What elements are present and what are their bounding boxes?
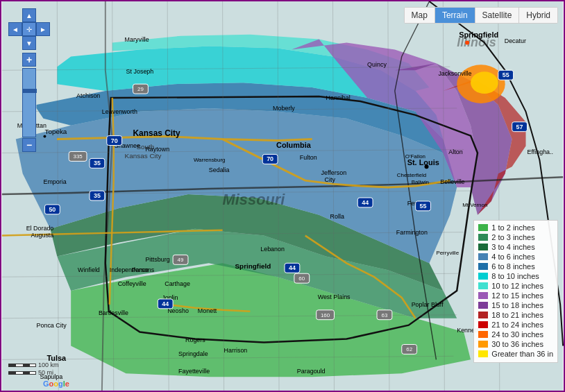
svg-text:El Dorado: El Dorado	[26, 225, 54, 232]
legend-label-text: 21 to 24 inches	[491, 321, 543, 329]
svg-text:Decatur: Decatur	[505, 37, 526, 44]
svg-text:Paragould: Paragould	[297, 368, 326, 375]
svg-text:35: 35	[94, 160, 101, 167]
google-logo: Google	[43, 380, 69, 388]
legend-item: 8 to 10 inches	[478, 272, 553, 280]
svg-text:Hannibal: Hannibal	[326, 94, 351, 101]
svg-text:Missouri: Missouri	[223, 191, 286, 208]
legend-color-swatch	[478, 341, 488, 348]
svg-point-38	[425, 164, 429, 169]
legend-item: 2 to 3 inches	[478, 233, 553, 241]
legend-color-swatch	[478, 253, 488, 260]
hybrid-button[interactable]: Hybrid	[519, 8, 557, 23]
nav-controls: ▲ ◄ ✛ ► ▼ + −	[8, 8, 50, 153]
svg-text:Kansas City: Kansas City	[133, 128, 181, 138]
legend-color-swatch	[478, 331, 488, 338]
svg-text:Raytown: Raytown	[145, 146, 169, 153]
legend-label-text: 24 to 30 inches	[491, 330, 543, 339]
legend-color-swatch	[478, 312, 488, 318]
svg-text:Springfield: Springfield	[235, 262, 271, 270]
google-watermark: Google	[43, 380, 69, 388]
pan-control: ▲ ◄ ✛ ► ▼	[8, 8, 50, 50]
scale-km: 100 km	[38, 361, 59, 368]
legend-label-text: 1 to 2 inches	[491, 223, 534, 232]
svg-text:Emporia: Emporia	[43, 178, 66, 185]
svg-text:Rolla: Rolla	[330, 213, 344, 220]
legend-color-swatch	[478, 273, 488, 280]
zoom-slider[interactable]	[22, 68, 36, 137]
svg-text:55: 55	[420, 203, 427, 210]
legend-label-text: 12 to 15 inches	[491, 291, 543, 300]
legend-color-swatch	[478, 302, 488, 309]
svg-text:160: 160	[321, 312, 330, 318]
svg-text:49: 49	[178, 257, 184, 263]
pan-east-button[interactable]: ►	[36, 22, 50, 36]
svg-text:Bartlesville: Bartlesville	[99, 309, 128, 316]
svg-text:Fulton: Fulton	[300, 154, 317, 161]
svg-text:Jefferson: Jefferson	[321, 169, 347, 176]
legend-color-swatch	[478, 321, 488, 328]
legend-label-text: 10 to 12 inches	[491, 282, 543, 290]
svg-point-40	[465, 41, 469, 45]
zoom-out-button[interactable]: −	[22, 138, 36, 152]
svg-text:62: 62	[406, 346, 412, 352]
svg-text:70: 70	[111, 137, 118, 144]
legend-label-text: 8 to 10 inches	[491, 272, 539, 280]
legend-label-text: Greater than 36 in	[491, 350, 553, 358]
svg-text:Jacksonville: Jacksonville	[438, 70, 471, 77]
svg-text:Rogers: Rogers	[185, 336, 205, 343]
legend-label-text: 2 to 3 inches	[491, 233, 534, 241]
svg-text:55: 55	[503, 71, 509, 78]
svg-text:Fayetteville: Fayetteville	[178, 368, 210, 375]
svg-point-13	[471, 71, 498, 94]
pan-south-button[interactable]: ▼	[22, 36, 36, 50]
svg-text:Poplar Bluff: Poplar Bluff	[412, 301, 444, 308]
svg-text:335: 335	[73, 153, 83, 160]
legend-item: 1 to 2 inches	[478, 223, 553, 232]
svg-text:Effingha..: Effingha..	[527, 148, 553, 155]
legend-item: 21 to 24 inches	[478, 321, 553, 329]
terrain-button[interactable]: Terrain	[435, 8, 475, 23]
svg-text:O'Fallon: O'Fallon	[405, 153, 425, 160]
legend-item: 30 to 36 inches	[478, 340, 553, 348]
legend-item: 3 to 4 inches	[478, 243, 553, 251]
svg-text:City: City	[325, 176, 336, 183]
svg-text:Ponca City: Ponca City	[37, 322, 67, 329]
svg-text:Monett: Monett	[198, 307, 217, 314]
legend-label-text: 3 to 4 inches	[491, 243, 534, 251]
pan-west-button[interactable]: ◄	[8, 22, 22, 36]
svg-text:Warrensburg: Warrensburg	[194, 157, 226, 163]
legend-item: 10 to 12 inches	[478, 282, 553, 290]
svg-text:63: 63	[382, 312, 388, 318]
svg-text:44: 44	[162, 300, 169, 307]
svg-text:44: 44	[362, 199, 369, 206]
pan-center-button[interactable]: ✛	[22, 22, 36, 36]
svg-text:Quincy: Quincy	[367, 61, 387, 68]
svg-text:Harrison: Harrison	[224, 347, 248, 354]
legend-color-swatch	[478, 292, 488, 299]
pan-north-button[interactable]: ▲	[22, 8, 36, 22]
svg-text:Perryville: Perryville	[436, 250, 459, 256]
svg-text:Coffeyville: Coffeyville	[118, 280, 146, 287]
svg-text:29: 29	[137, 86, 144, 92]
legend-label-text: 6 to 8 inches	[491, 262, 534, 271]
scale-mi: 50 mi	[38, 369, 53, 376]
legend-item: 6 to 8 inches	[478, 262, 553, 271]
zoom-in-button[interactable]: +	[22, 53, 36, 67]
svg-text:Augusta: Augusta	[31, 232, 54, 239]
legend-label-text: 18 to 21 inches	[491, 311, 543, 319]
map-button[interactable]: Map	[405, 8, 435, 23]
svg-text:50: 50	[49, 206, 56, 213]
svg-text:70: 70	[267, 155, 273, 162]
satellite-button[interactable]: Satellite	[475, 8, 520, 23]
svg-text:Springdale: Springdale	[178, 350, 208, 357]
svg-text:Winfield: Winfield	[78, 266, 100, 273]
legend: 1 to 2 inches2 to 3 inches3 to 4 inches4…	[473, 220, 558, 363]
legend-color-swatch	[478, 224, 488, 231]
svg-text:60: 60	[298, 275, 305, 282]
svg-text:West Plains: West Plains	[318, 293, 351, 300]
map-container[interactable]: Kansas City South Kansas City Columbia M…	[0, 0, 565, 392]
map-type-controls: Map Terrain Satellite Hybrid	[404, 7, 558, 24]
legend-color-swatch	[478, 234, 488, 241]
legend-item: 12 to 15 inches	[478, 291, 553, 300]
